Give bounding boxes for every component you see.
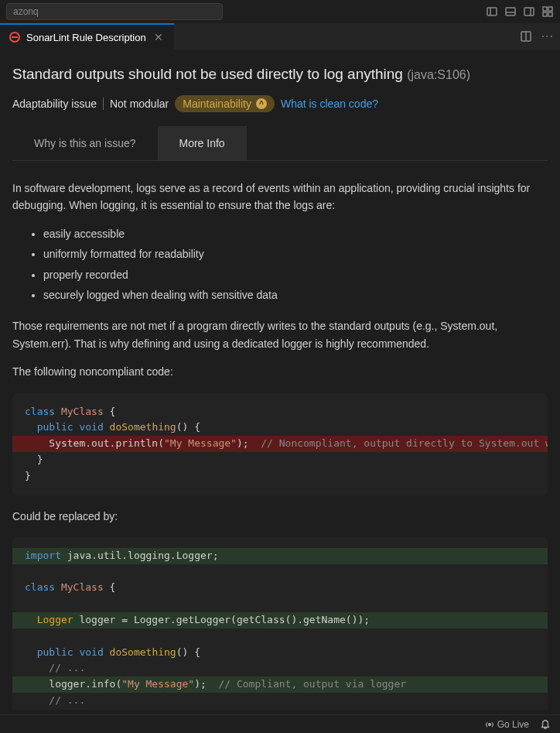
close-icon[interactable]: ✕	[152, 31, 165, 43]
svg-rect-7	[548, 7, 552, 11]
tab-sonarlint-rule[interactable]: SonarLint Rule Description ✕	[0, 23, 174, 50]
clean-code-link[interactable]: What is clean code?	[281, 98, 378, 110]
svg-rect-6	[543, 7, 547, 11]
rule-badges: Adaptability issue Not modular Maintaina…	[12, 95, 548, 112]
adaptability-badge: Adaptability issue	[12, 98, 97, 110]
ok-highlight: import java.util.logging.Logger;	[12, 548, 548, 564]
not-modular-badge: Not modular	[110, 98, 169, 110]
svg-rect-4	[524, 8, 534, 15]
list-item: properly recorded	[43, 266, 548, 283]
status-bar: Go Live	[0, 714, 560, 733]
list-item: securely logged when dealing with sensit…	[43, 286, 548, 303]
editor-tabs: SonarLint Rule Description ✕	[0, 23, 560, 50]
layout-sidebar-right-icon[interactable]	[523, 5, 535, 18]
separator	[103, 98, 104, 110]
editor-actions: ···	[520, 29, 554, 43]
paragraph: Could be replaced by:	[12, 508, 548, 525]
rule-key: (java:S106)	[407, 68, 470, 81]
rule-title: Standard outputs should not be used dire…	[12, 66, 548, 83]
svg-rect-9	[548, 12, 552, 16]
tab-why-issue[interactable]: Why is this an issue?	[12, 126, 158, 160]
maintainability-badge: Maintainability ^	[175, 95, 275, 112]
broadcast-icon	[485, 720, 494, 729]
rule-body: In software development, logs serve as a…	[12, 161, 548, 710]
compliant-code: import java.util.logging.Logger; class M…	[12, 537, 548, 710]
layout-customize-icon[interactable]	[541, 5, 554, 18]
ok-highlight: Logger logger = Logger.getLogger(getClas…	[12, 612, 548, 629]
requirements-list: easily accessible uniformly formatted fo…	[43, 225, 548, 304]
split-editor-icon[interactable]	[520, 30, 532, 43]
noncompliant-code: class MyClass { public void doSomething(…	[12, 393, 548, 495]
list-item: uniformly formatted for readability	[43, 245, 548, 262]
bell-icon	[540, 719, 551, 730]
tab-more-info[interactable]: More Info	[158, 126, 247, 160]
svg-rect-2	[506, 8, 515, 15]
layout-sidebar-left-icon[interactable]	[486, 5, 498, 18]
error-highlight: System.out.println("My Message"); // Non…	[12, 436, 548, 452]
svg-rect-8	[543, 12, 547, 16]
svg-point-12	[488, 723, 490, 725]
rule-inner-tabs: Why is this an issue? More Info	[12, 126, 548, 161]
chevron-up-icon: ^	[256, 98, 267, 109]
notifications-button[interactable]	[540, 719, 551, 730]
go-live-button[interactable]: Go Live	[485, 719, 529, 730]
command-center[interactable]: azonq	[6, 3, 223, 20]
svg-rect-0	[487, 8, 497, 15]
sonarlint-icon	[9, 32, 20, 43]
more-actions-icon[interactable]: ···	[541, 29, 554, 43]
list-item: easily accessible	[43, 225, 548, 242]
rule-description-panel: Standard outputs should not be used dire…	[0, 50, 560, 710]
title-bar: azonq	[0, 0, 560, 23]
layout-controls	[486, 5, 554, 18]
tab-title: SonarLint Rule Description	[26, 32, 146, 43]
paragraph: In software development, logs serve as a…	[12, 180, 548, 214]
layout-panel-icon[interactable]	[504, 5, 517, 18]
ok-highlight: logger.info("My Message"); // Compliant,…	[12, 676, 548, 693]
paragraph: Those requirements are not met if a prog…	[12, 317, 548, 352]
paragraph: The following noncompliant code:	[12, 363, 548, 380]
